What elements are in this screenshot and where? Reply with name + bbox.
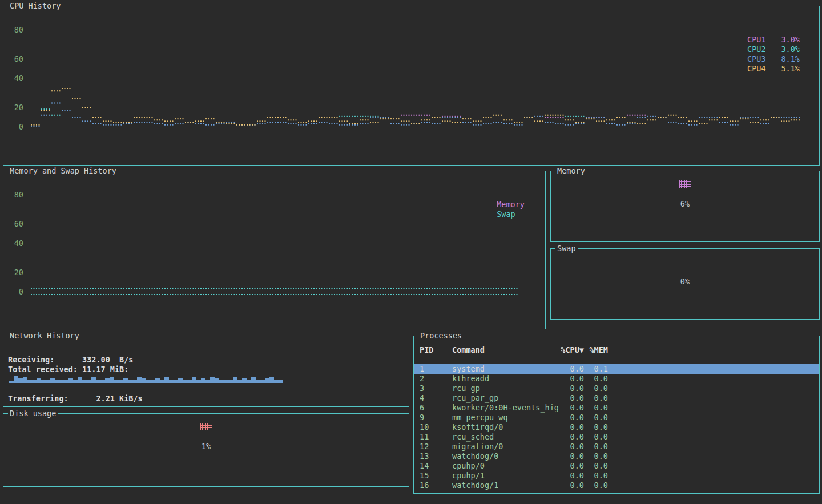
cell-cpu: 0.0 (558, 413, 584, 422)
header-cpu-sort[interactable]: %CPU▼ (558, 345, 584, 355)
cell-cpu: 0.0 (558, 461, 584, 471)
process-table-body: 1systemd0.00.12kthreadd0.00.03rcu_gp0.00… (414, 364, 819, 490)
disk-usage-panel: Disk usage 1% (3, 413, 409, 487)
cell-cpu: 0.0 (558, 442, 584, 451)
rx-bar (233, 377, 237, 383)
rx-bar (110, 377, 114, 383)
rx-bar (206, 380, 210, 383)
rx-bar (64, 380, 68, 383)
rx-bar (100, 380, 105, 383)
rx-bar (73, 380, 78, 383)
header-pid[interactable]: PID (420, 345, 452, 355)
rx-bar (82, 380, 87, 383)
rx-bar (215, 378, 219, 383)
process-row[interactable]: 6kworker/0:0H-events_high0.00.0 (414, 403, 819, 413)
cell-cmd: rcu_gp (452, 384, 558, 393)
network-history-title: Network History (8, 331, 81, 340)
rx-bar (50, 378, 55, 383)
system-monitor-app: { "colors":{ "background":"#2a2a2a","bor… (0, 0, 822, 504)
rx-bar (41, 380, 46, 383)
cell-cmd: mm_percpu_wq (452, 413, 558, 422)
cell-pid: 3 (420, 384, 452, 393)
cell-mem: 0.1 (584, 364, 608, 374)
cpu-legend-row: CPU45.1% (747, 64, 800, 74)
cell-pid: 16 (420, 481, 452, 490)
rx-bar (23, 377, 27, 383)
rx-bar (201, 378, 206, 383)
cell-mem: 0.0 (584, 432, 608, 442)
header-command[interactable]: Command (452, 345, 558, 355)
process-row[interactable]: 11rcu_sched0.00.0 (414, 432, 819, 442)
rx-bar (27, 380, 32, 383)
rx-bar (59, 380, 64, 383)
rx-bar (142, 378, 146, 383)
network-transferring: Transferring: 2.21 KiB/s (8, 394, 143, 403)
process-row[interactable]: 14cpuhp/00.00.0 (414, 461, 819, 471)
process-row[interactable]: 13watchdog/00.00.0 (414, 451, 819, 461)
cell-mem: 0.0 (584, 374, 608, 384)
rx-bar (174, 380, 178, 383)
cell-cmd: watchdog/0 (452, 451, 558, 461)
process-row[interactable]: 2kthreadd0.00.0 (414, 374, 819, 384)
rx-bar (46, 380, 50, 383)
memory-swap-legend: Memory Swap (497, 200, 525, 219)
rx-bar (96, 380, 100, 383)
memory-gauge-panel: Memory 6% (550, 171, 820, 242)
process-row[interactable]: 10ksoftirqd/00.00.0 (414, 422, 819, 432)
legend-memory: Memory (497, 200, 525, 209)
process-row[interactable]: 12migration/00.00.0 (414, 442, 819, 451)
cell-mem: 0.0 (584, 403, 608, 413)
cell-pid: 9 (420, 413, 452, 422)
process-row[interactable]: 1systemd0.00.1 (414, 364, 819, 374)
rx-bar (160, 380, 164, 383)
rx-bar (114, 380, 119, 383)
rx-bar (105, 378, 110, 383)
header-mem[interactable]: %MEM (584, 345, 608, 355)
cpu-legend: CPU13.0%CPU23.0%CPU38.1%CPU45.1% (747, 35, 800, 74)
cell-cmd: kworker/0:0H-events_high (452, 403, 558, 413)
rx-bar (224, 380, 228, 383)
rx-bar (78, 377, 82, 383)
rx-bar (146, 380, 151, 383)
cell-mem: 0.0 (584, 461, 608, 471)
cell-pid: 11 (420, 432, 452, 442)
process-row[interactable]: 4rcu_par_gp0.00.0 (414, 393, 819, 403)
cell-mem: 0.0 (584, 442, 608, 451)
process-row[interactable]: 15cpuhp/10.00.0 (414, 471, 819, 481)
cell-cpu: 0.0 (558, 364, 584, 374)
rx-bar (228, 380, 233, 383)
process-row[interactable]: 16watchdog/10.00.0 (414, 481, 819, 490)
cell-pid: 15 (420, 471, 452, 481)
cell-mem: 0.0 (584, 471, 608, 481)
cell-pid: 12 (420, 442, 452, 451)
cell-cmd: rcu_par_gp (452, 393, 558, 403)
network-rx-sparkline (9, 372, 284, 383)
cell-cmd: kthreadd (452, 374, 558, 384)
rx-bar (183, 380, 187, 383)
rx-bar (178, 378, 183, 383)
rx-bar (260, 380, 265, 383)
cell-cpu: 0.0 (558, 481, 584, 490)
rx-bar (155, 378, 160, 383)
cell-pid: 2 (420, 374, 452, 384)
cell-mem: 0.0 (584, 422, 608, 432)
rx-bar (169, 380, 174, 383)
memory-swap-chart (3, 171, 545, 329)
cell-cmd: cpuhp/1 (452, 471, 558, 481)
rx-bar (219, 380, 224, 383)
cell-cpu: 0.0 (558, 384, 584, 393)
process-row[interactable]: 9mm_percpu_wq0.00.0 (414, 413, 819, 422)
disk-gauge-dots (200, 423, 212, 430)
cell-cpu: 0.0 (558, 393, 584, 403)
disk-percent: 1% (3, 442, 409, 451)
process-row[interactable]: 3rcu_gp0.00.0 (414, 384, 819, 393)
cpu-history-panel: CPU History 806040200 CPU13.0%CPU23.0%CP… (3, 6, 820, 166)
cell-cpu: 0.0 (558, 432, 584, 442)
memory-gauge-title: Memory (555, 166, 587, 175)
rx-bar (68, 378, 73, 383)
cell-cpu: 0.0 (558, 374, 584, 384)
processes-panel: Processes PID Command %CPU▼ %MEM 1system… (413, 336, 820, 494)
rx-bar (265, 378, 269, 383)
cell-cmd: cpuhp/0 (452, 461, 558, 471)
memory-percent: 6% (551, 199, 819, 208)
